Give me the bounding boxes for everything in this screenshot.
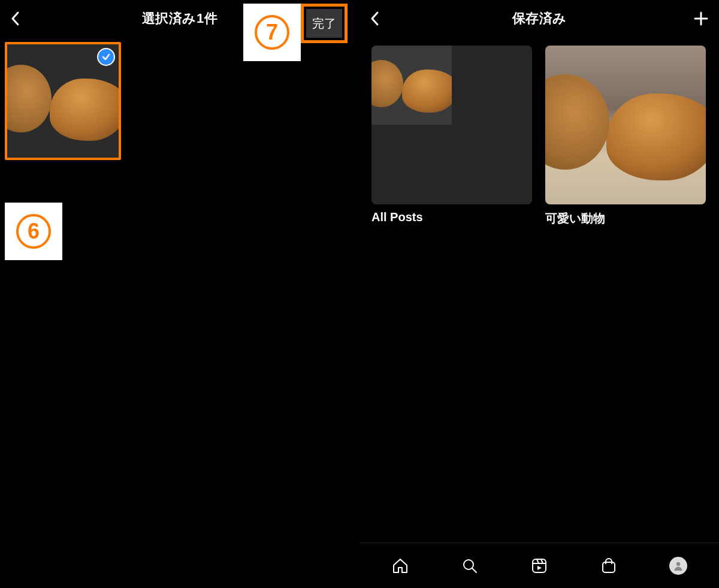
nav-home-icon[interactable] — [386, 551, 415, 580]
done-button[interactable]: 完了 — [306, 9, 342, 38]
collection-cute-animals[interactable]: 可愛い動物 — [545, 46, 706, 227]
collection-all-posts[interactable]: All Posts — [371, 46, 532, 227]
collection-cover — [545, 46, 706, 204]
avatar — [669, 557, 687, 575]
bottom-nav — [360, 542, 719, 588]
header-right: 保存済み — [360, 0, 719, 37]
collection-cover — [371, 46, 532, 204]
collection-grid: All Posts 可愛い動物 — [360, 37, 719, 227]
collection-label: All Posts — [371, 210, 532, 224]
page-title: 保存済み — [512, 10, 567, 28]
page-title: 選択済み1件 — [142, 10, 217, 28]
saved-content: All Posts 可愛い動物 — [360, 37, 719, 542]
selected-photo-thumb[interactable] — [5, 42, 121, 160]
collection-cover-empty-cell — [452, 125, 533, 204]
done-button-highlight: 完了 — [301, 4, 348, 43]
selection-content: 6 — [0, 37, 360, 588]
annotation-number-6: 6 — [16, 214, 51, 249]
annotation-badge-7: 7 — [243, 4, 301, 61]
nav-search-icon[interactable] — [455, 551, 484, 580]
back-icon[interactable] — [10, 10, 22, 27]
annotation-badge-6: 6 — [5, 203, 62, 260]
collection-cover-cell — [371, 46, 452, 125]
annotation-number-7: 7 — [255, 15, 289, 50]
saved-panel: 保存済み All Posts 可愛い動物 — [360, 0, 719, 588]
nav-shop-icon[interactable] — [594, 551, 623, 580]
selected-check-icon — [97, 48, 115, 66]
collection-label: 可愛い動物 — [545, 210, 706, 227]
collection-cover-empty-cell — [371, 125, 452, 204]
selection-panel: 選択済み1件 6 7 完了 — [0, 0, 360, 588]
svg-rect-1 — [533, 559, 546, 572]
collection-cover-empty-cell — [452, 46, 533, 125]
svg-rect-2 — [603, 562, 615, 572]
nav-reels-icon[interactable] — [525, 551, 554, 580]
add-collection-icon[interactable] — [693, 10, 709, 27]
svg-point-3 — [676, 562, 680, 565]
back-icon[interactable] — [369, 10, 381, 27]
nav-profile-icon[interactable] — [664, 551, 693, 580]
